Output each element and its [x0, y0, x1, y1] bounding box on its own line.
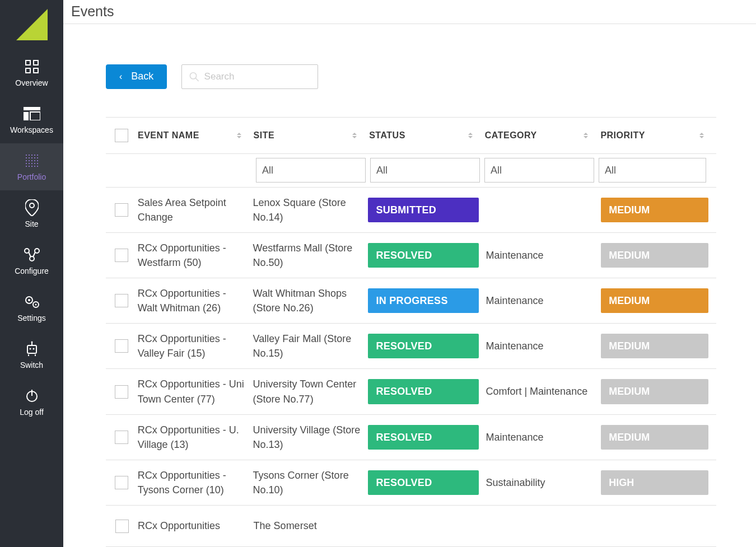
svg-rect-6 — [24, 112, 29, 120]
back-button[interactable]: ‹ Back — [106, 64, 167, 89]
svg-point-45 — [32, 348, 34, 350]
svg-rect-2 — [34, 60, 38, 65]
sidebar-item-label: Switch — [20, 361, 43, 370]
row-checkbox[interactable] — [115, 339, 128, 353]
cell-event-name: RCx Opportunities - Tysons Corner (10) — [138, 468, 253, 497]
cell-category: Maintenance — [486, 293, 601, 308]
col-site[interactable]: SITE — [254, 130, 370, 141]
cell-site: Lenox Square (Store No.14) — [253, 195, 368, 225]
pin-icon — [24, 200, 40, 215]
priority-badge: MEDIUM — [601, 425, 708, 450]
cell-category: Maintenance — [486, 339, 601, 353]
cell-event-name: RCx Opportunities - Walt Whitman (26) — [138, 286, 253, 315]
svg-point-16 — [34, 157, 35, 158]
svg-point-17 — [36, 157, 38, 158]
table-row[interactable]: RCx Opportunities - Westfarm (50)Westfar… — [106, 233, 716, 278]
svg-point-29 — [28, 166, 29, 167]
svg-point-27 — [36, 163, 38, 164]
svg-point-47 — [31, 342, 32, 343]
search-box[interactable] — [181, 64, 318, 89]
svg-point-9 — [28, 155, 29, 156]
status-badge: SUBMITTED — [368, 198, 479, 222]
filter-site[interactable]: All — [256, 158, 366, 183]
table-row[interactable]: RCx Opportunities - Tysons Corner (10)Ty… — [106, 460, 716, 506]
status-badge: RESOLVED — [368, 243, 479, 268]
svg-rect-7 — [30, 112, 40, 120]
cell-priority: MEDIUM — [601, 425, 716, 450]
svg-point-23 — [25, 163, 26, 164]
sidebar-item-overview[interactable]: Overview — [0, 49, 63, 96]
svg-line-37 — [29, 252, 31, 257]
table-row[interactable]: RCx OpportunitiesThe Somerset — [106, 506, 716, 547]
cell-priority: MEDIUM — [601, 243, 716, 268]
row-checkbox[interactable] — [115, 249, 128, 262]
sidebar-item-label: Site — [25, 219, 38, 228]
search-input[interactable] — [204, 71, 311, 82]
sidebar-item-site[interactable]: Site — [0, 190, 63, 237]
priority-badge: MEDIUM — [601, 334, 708, 358]
svg-point-25 — [31, 163, 32, 164]
status-badge: RESOLVED — [368, 425, 479, 450]
table-row[interactable]: RCx Opportunities - U. Village (13)Unive… — [106, 415, 716, 460]
sidebar-item-label: Configure — [15, 267, 49, 275]
svg-point-33 — [30, 203, 34, 208]
row-checkbox[interactable] — [115, 385, 128, 399]
cell-event-name: RCx Opportunities — [138, 518, 254, 533]
table-row[interactable]: RCx Opportunities - Walt Whitman (26)Wal… — [106, 278, 716, 324]
toolbar: ‹ Back — [106, 64, 756, 89]
col-category[interactable]: CATEGORY — [485, 130, 601, 141]
row-checkbox[interactable] — [115, 476, 128, 489]
robot-icon — [24, 342, 40, 356]
cell-category: Sustainability — [486, 475, 601, 490]
row-checkbox[interactable] — [115, 203, 128, 217]
filter-priority[interactable]: All — [599, 158, 706, 183]
table-row[interactable]: RCx Opportunities - Uni Town Center (77)… — [106, 369, 716, 414]
priority-badge: MEDIUM — [601, 243, 708, 268]
filter-row: All All All All — [106, 154, 716, 188]
cell-priority: MEDIUM — [601, 379, 716, 404]
cell-event-name: Sales Area Setpoint Change — [138, 195, 253, 225]
filter-category[interactable]: All — [484, 158, 594, 183]
filter-status[interactable]: All — [370, 158, 480, 183]
cell-site: Westfarms Mall (Store No.50) — [253, 241, 368, 270]
row-checkbox[interactable] — [115, 520, 129, 533]
svg-point-42 — [35, 304, 36, 306]
svg-point-44 — [29, 348, 31, 350]
row-checkbox[interactable] — [115, 431, 128, 444]
sidebar-item-workspaces[interactable]: Workspaces — [0, 96, 63, 143]
svg-point-19 — [28, 160, 29, 161]
svg-point-15 — [31, 157, 32, 158]
select-all-checkbox[interactable] — [115, 129, 128, 142]
sidebar-item-label: Overview — [15, 78, 48, 87]
sort-icon — [468, 133, 473, 138]
svg-marker-0 — [16, 9, 48, 40]
svg-point-12 — [36, 155, 38, 156]
row-checkbox[interactable] — [115, 294, 128, 307]
sidebar-item-label: Settings — [17, 314, 46, 322]
cell-category: Maintenance — [486, 430, 601, 445]
cell-status: RESOLVED — [368, 425, 486, 450]
status-badge: RESOLVED — [368, 470, 479, 495]
svg-point-18 — [25, 160, 26, 161]
table-row[interactable]: Sales Area Setpoint ChangeLenox Square (… — [106, 188, 716, 233]
sidebar-item-switch[interactable]: Switch — [0, 331, 63, 378]
sort-icon — [352, 133, 357, 138]
sidebar-item-label: Portfolio — [17, 172, 46, 181]
col-status[interactable]: STATUS — [369, 130, 485, 141]
sidebar-item-settings[interactable]: Settings — [0, 284, 63, 331]
svg-rect-43 — [27, 345, 36, 353]
sidebar-item-label: Workspaces — [10, 125, 53, 134]
svg-rect-3 — [26, 68, 30, 73]
svg-point-10 — [31, 155, 32, 156]
sidebar-item-portfolio[interactable]: Portfolio — [0, 143, 63, 190]
table-header: EVENT NAME SITE STATUS CATEGORY PRIORITY — [106, 117, 716, 154]
table-row[interactable]: RCx Opportunities - Valley Fair (15)Vall… — [106, 324, 716, 369]
status-badge: RESOLVED — [368, 379, 479, 404]
page-header: Events — [63, 0, 756, 24]
svg-point-22 — [36, 160, 38, 161]
col-priority[interactable]: PRIORITY — [600, 130, 716, 141]
sidebar-item-log-off[interactable]: Log off — [0, 378, 63, 426]
sidebar-item-configure[interactable]: Configure — [0, 237, 63, 284]
cell-event-name: RCx Opportunities - Westfarm (50) — [138, 241, 253, 270]
col-event-name[interactable]: EVENT NAME — [138, 130, 254, 141]
